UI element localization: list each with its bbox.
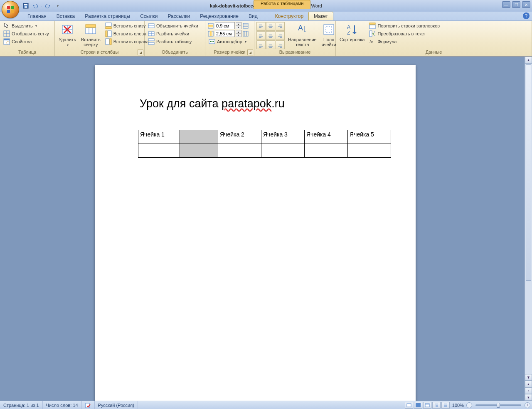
repeat-header-rows-button[interactable]: Повторить строки заголовков [368, 22, 441, 30]
distribute-rows-button[interactable] [242, 22, 249, 29]
status-page[interactable]: Страница: 1 из 1 [0, 401, 43, 409]
browse-object-button[interactable]: ◦ [525, 387, 532, 394]
minimize-button[interactable]: — [502, 1, 510, 8]
align-mc[interactable] [266, 31, 275, 40]
table-cell[interactable] [180, 144, 218, 158]
table-cell[interactable]: Ячейка 2 [218, 130, 261, 144]
svg-rect-37 [243, 23, 248, 28]
tab-pagelayout[interactable]: Разметка страницы [80, 12, 135, 20]
table-cell[interactable] [305, 144, 348, 158]
view-web-layout[interactable] [423, 402, 431, 409]
document-heading[interactable]: Урок для сайта paratapok.ru [140, 97, 285, 110]
autofit-button[interactable]: Автоподбор▾ [207, 38, 248, 45]
status-words[interactable]: Число слов: 14 [43, 401, 82, 409]
zoom-level[interactable]: 100% [452, 403, 464, 408]
zoom-out-button[interactable]: − [466, 402, 472, 408]
split-cells-button[interactable]: Разбить ячейки [147, 30, 200, 37]
align-tl[interactable] [256, 22, 266, 31]
dialog-launcher[interactable]: ◢ [247, 50, 253, 55]
sort-button[interactable]: AZ Сортировка [338, 22, 366, 43]
align-tc[interactable] [266, 22, 275, 31]
qat-customize[interactable]: ▾ [53, 2, 62, 10]
group-label-rowscols: Строки и столбцы◢ [55, 50, 144, 56]
insert-above-button[interactable]: Вставить сверху [79, 22, 102, 48]
properties-icon [3, 38, 10, 45]
close-button[interactable]: ✕ [522, 1, 530, 8]
status-proofing[interactable] [82, 401, 95, 409]
table-cell[interactable] [138, 144, 180, 158]
tab-home[interactable]: Главная [22, 12, 52, 20]
align-ml[interactable] [256, 31, 266, 40]
properties-button[interactable]: Свойства [2, 38, 50, 45]
scroll-thumb[interactable] [526, 64, 531, 281]
tab-layout[interactable]: Макет [308, 12, 333, 20]
svg-rect-24 [108, 31, 111, 37]
align-tr[interactable] [276, 22, 285, 31]
insert-left-button[interactable]: Вставить слева [104, 30, 150, 37]
save-button[interactable] [22, 2, 30, 10]
tab-references[interactable]: Ссылки [135, 12, 163, 20]
svg-rect-27 [110, 39, 111, 45]
svg-rect-5 [24, 4, 27, 5]
redo-button[interactable] [44, 2, 52, 10]
view-draft[interactable] [441, 402, 450, 409]
select-button[interactable]: Выделить▾ [2, 22, 50, 30]
col-width-stepper[interactable]: ▲▼ [236, 30, 241, 37]
tab-insert[interactable]: Вставка [52, 12, 80, 20]
dialog-launcher[interactable]: ◢ [138, 50, 143, 55]
view-print-layout[interactable] [405, 402, 413, 409]
tab-mailings[interactable]: Рассылки [163, 12, 195, 20]
delete-button[interactable]: Удалить▾ [57, 22, 78, 49]
office-button[interactable] [2, 1, 19, 18]
tab-view[interactable]: Вид [244, 12, 263, 20]
table-cell[interactable]: Ячейка 5 [348, 130, 391, 144]
scroll-up-button[interactable]: ▲ [525, 57, 532, 64]
status-language[interactable]: Русский (Россия) [95, 401, 138, 409]
maximize-button[interactable]: ☐ [512, 1, 520, 8]
split-table-button[interactable]: Разбить таблицу [147, 38, 200, 45]
align-bl[interactable] [256, 40, 266, 49]
delete-icon [61, 23, 74, 36]
table-cell[interactable] [218, 144, 261, 158]
prev-page-button[interactable]: ▴ [525, 381, 532, 387]
svg-rect-80 [369, 31, 372, 37]
view-full-screen[interactable] [414, 402, 422, 409]
cell-margins-button[interactable]: Поля ячейки [320, 22, 338, 48]
text-direction-button[interactable]: A Направление текста [286, 22, 318, 48]
tab-design[interactable]: Конструктор [270, 12, 308, 20]
undo-button[interactable] [31, 2, 39, 10]
insert-right-button[interactable]: Вставить справа [104, 38, 150, 45]
scroll-down-button[interactable]: ▼ [525, 374, 532, 381]
page[interactable]: Урок для сайта paratapok.ru Ячейка 1Ячей… [95, 65, 416, 401]
help-button[interactable]: ? [523, 12, 530, 19]
view-gridlines-button[interactable]: Отобразить сетку [2, 30, 50, 37]
document-area[interactable]: Урок для сайта paratapok.ru Ячейка 1Ячей… [0, 57, 532, 401]
table-cell[interactable] [348, 144, 391, 158]
group-label-data: Данные [336, 50, 532, 56]
group-label-align: Выравнивание [254, 50, 335, 56]
table-cell[interactable] [261, 144, 305, 158]
align-br[interactable] [276, 40, 285, 49]
view-outline[interactable] [432, 402, 441, 409]
align-bc[interactable] [266, 40, 275, 49]
zoom-slider[interactable] [475, 404, 521, 406]
align-mr[interactable] [276, 31, 285, 40]
next-page-button[interactable]: ▾ [525, 394, 532, 401]
table-cell[interactable]: Ячейка 4 [305, 130, 348, 144]
merge-cells-button[interactable]: Объединить ячейки [147, 22, 200, 30]
document-table[interactable]: Ячейка 1Ячейка 2Ячейка 3Ячейка 4Ячейка 5 [138, 130, 391, 158]
svg-rect-86 [407, 404, 411, 407]
vertical-scrollbar[interactable]: ▲ ▼ ▴ ◦ ▾ [525, 57, 532, 401]
insert-below-button[interactable]: Вставить снизу [104, 22, 150, 30]
distribute-cols-button[interactable] [242, 30, 249, 37]
formula-button[interactable]: fx Формула [368, 38, 441, 45]
col-width-input[interactable] [215, 30, 235, 37]
convert-to-text-button[interactable]: Преобразовать в текст [368, 30, 441, 37]
row-height-stepper[interactable]: ▲▼ [236, 22, 241, 29]
zoom-in-button[interactable]: + [525, 402, 530, 408]
tab-review[interactable]: Рецензирование [195, 12, 244, 20]
row-height-input[interactable] [215, 22, 235, 29]
table-cell[interactable] [180, 130, 218, 144]
table-cell[interactable]: Ячейка 1 [138, 130, 180, 144]
table-cell[interactable]: Ячейка 3 [261, 130, 305, 144]
